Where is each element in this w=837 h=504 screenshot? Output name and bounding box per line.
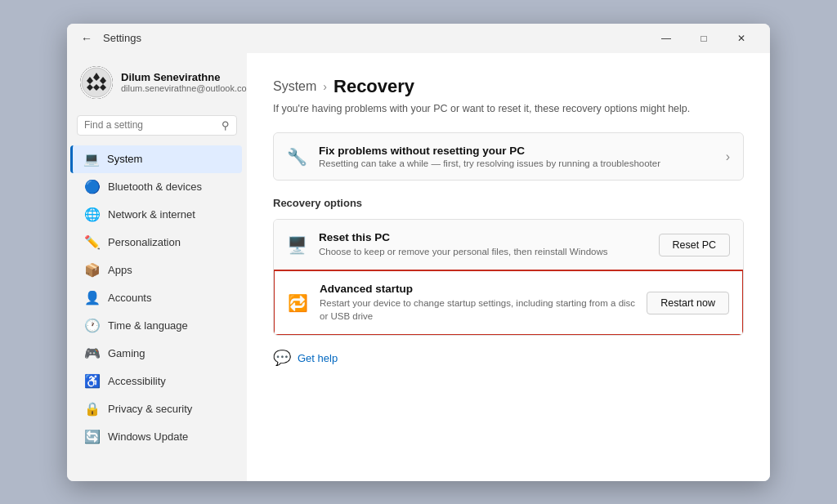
fix-card-title: Fix problems without resetting your PC: [319, 145, 714, 157]
back-button[interactable]: ←: [77, 29, 96, 48]
sidebar: Dilum Senevirathne dilum.senevirathne@ou…: [67, 53, 247, 481]
sidebar-item-apps[interactable]: 📦 Apps: [72, 256, 242, 284]
nav-label-update: Windows Update: [108, 430, 188, 443]
reset-pc-title: Reset this PC: [319, 231, 647, 243]
svg-point-1: [82, 68, 111, 97]
nav-list: 💻 System 🔵 Bluetooth & devices 🌐 Network…: [67, 145, 247, 451]
nav-label-accessibility: Accessibility: [108, 375, 166, 387]
advanced-startup-desc: Restart your device to change startup se…: [320, 297, 635, 323]
nav-label-gaming: Gaming: [108, 347, 145, 359]
user-profile: Dilum Senevirathne dilum.senevirathne@ou…: [67, 60, 247, 112]
advanced-startup-icon: 🔁: [288, 293, 308, 313]
search-icon: ⚲: [222, 119, 230, 132]
user-info: Dilum Senevirathne dilum.senevirathne@ou…: [121, 71, 247, 93]
nav-label-time: Time & language: [108, 319, 188, 332]
breadcrumb-separator: ›: [323, 80, 327, 93]
get-help-row[interactable]: 💬 Get help: [273, 349, 744, 367]
breadcrumb-parent: System: [273, 79, 316, 94]
content-area: Dilum Senevirathne dilum.senevirathne@ou…: [67, 53, 770, 481]
settings-window: ← Settings — □ ✕: [67, 24, 770, 481]
advanced-startup-title: Advanced startup: [320, 283, 635, 295]
sidebar-item-system[interactable]: 💻 System: [70, 145, 242, 173]
sidebar-item-bluetooth[interactable]: 🔵 Bluetooth & devices: [72, 173, 242, 201]
nav-icon-apps: 📦: [85, 263, 100, 278]
advanced-startup-text: Advanced startup Restart your device to …: [320, 283, 635, 323]
nav-icon-accessibility: ♿: [85, 374, 100, 389]
nav-label-accounts: Accounts: [108, 292, 151, 304]
nav-label-apps: Apps: [108, 264, 132, 276]
user-email: dilum.senevirathne@outlook.com: [121, 83, 247, 93]
window-title: Settings: [103, 32, 647, 44]
fix-card-desc: Resetting can take a while — first, try …: [319, 158, 714, 168]
search-input[interactable]: [84, 119, 217, 131]
restart-now-button[interactable]: Restart now: [647, 292, 729, 314]
page-subtitle: If you're having problems with your PC o…: [273, 102, 744, 117]
nav-label-privacy: Privacy & security: [108, 403, 192, 415]
maximize-icon: □: [700, 33, 706, 44]
reset-pc-button[interactable]: Reset PC: [659, 234, 731, 256]
nav-icon-time: 🕐: [85, 319, 100, 333]
nav-label-network: Network & internet: [108, 208, 195, 221]
sidebar-item-personalization[interactable]: ✏️ Personalization: [72, 229, 242, 256]
reset-pc-desc: Choose to keep or remove your personal f…: [319, 245, 647, 258]
reset-pc-icon: 🖥️: [287, 235, 307, 255]
sidebar-item-time[interactable]: 🕐 Time & language: [72, 312, 242, 340]
nav-label-system: System: [107, 153, 142, 165]
fix-card-chevron: ›: [726, 149, 730, 164]
recovery-section-title: Recovery options: [273, 197, 744, 209]
nav-icon-update: 🔄: [85, 430, 100, 444]
nav-icon-network: 🌐: [85, 207, 100, 222]
nav-icon-bluetooth: 🔵: [85, 180, 100, 194]
nav-icon-system: 💻: [84, 152, 99, 167]
sidebar-item-network[interactable]: 🌐 Network & internet: [72, 201, 242, 229]
sidebar-item-privacy[interactable]: 🔒 Privacy & security: [72, 395, 242, 423]
avatar: [80, 66, 113, 99]
minimize-icon: —: [661, 33, 671, 44]
close-button[interactable]: ✕: [723, 24, 760, 53]
titlebar: ← Settings — □ ✕: [67, 24, 770, 53]
minimize-button[interactable]: —: [647, 24, 685, 53]
breadcrumb: System › Recovery: [273, 76, 744, 97]
fix-card-icon: 🔧: [287, 147, 307, 167]
get-help-label[interactable]: Get help: [298, 352, 338, 364]
close-icon: ✕: [737, 33, 745, 44]
nav-icon-gaming: 🎮: [85, 346, 100, 361]
search-box[interactable]: ⚲: [77, 115, 237, 136]
nav-label-bluetooth: Bluetooth & devices: [108, 181, 202, 193]
sidebar-item-accessibility[interactable]: ♿ Accessibility: [72, 368, 242, 395]
user-name: Dilum Senevirathne: [121, 71, 247, 83]
nav-icon-privacy: 🔒: [85, 402, 100, 417]
fix-card-text: Fix problems without resetting your PC R…: [319, 145, 714, 168]
fix-problems-card[interactable]: 🔧 Fix problems without resetting your PC…: [273, 132, 744, 181]
nav-icon-personalization: ✏️: [85, 235, 100, 250]
window-controls: — □ ✕: [647, 24, 760, 53]
page-title: Recovery: [333, 76, 414, 97]
sidebar-item-update[interactable]: 🔄 Windows Update: [72, 423, 242, 451]
sidebar-item-accounts[interactable]: 👤 Accounts: [72, 284, 242, 312]
maximize-button[interactable]: □: [685, 24, 723, 53]
reset-pc-row: 🖥️ Reset this PC Choose to keep or remov…: [274, 220, 743, 270]
nav-icon-accounts: 👤: [85, 291, 100, 306]
get-help-icon: 💬: [273, 349, 291, 367]
sidebar-item-gaming[interactable]: 🎮 Gaming: [72, 340, 242, 368]
main-content: System › Recovery If you're having probl…: [247, 53, 770, 481]
advanced-startup-row: 🔁 Advanced startup Restart your device t…: [273, 270, 744, 336]
reset-pc-text: Reset this PC Choose to keep or remove y…: [319, 231, 647, 258]
recovery-options-card: 🖥️ Reset this PC Choose to keep or remov…: [273, 219, 744, 336]
nav-label-personalization: Personalization: [108, 236, 181, 248]
back-icon: ←: [81, 32, 92, 45]
